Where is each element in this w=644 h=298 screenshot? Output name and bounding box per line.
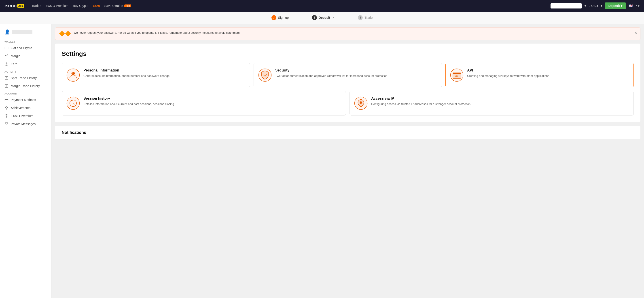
sidebar-item-private-messages[interactable]: Private Messages bbox=[0, 120, 51, 128]
step-connector-1 bbox=[291, 18, 309, 18]
sidebar-item-fiat-crypto[interactable]: Fiat and Crypto bbox=[0, 44, 51, 52]
personal-info-body: Personal information General account inf… bbox=[84, 68, 170, 78]
api-icon: API bbox=[450, 68, 464, 82]
balance-chevron-icon[interactable]: ▾ bbox=[600, 4, 602, 7]
settings-card-access-ip[interactable]: Access via IP Configuring access via tru… bbox=[350, 91, 634, 115]
svg-point-7 bbox=[5, 114, 8, 117]
access-ip-icon bbox=[354, 96, 368, 110]
step-2-label: Deposit bbox=[319, 16, 330, 19]
step-3-label: Trade bbox=[364, 16, 372, 19]
main-nav: Trade ▾ EXMO Premium Buy Crypto Earn Sav… bbox=[32, 4, 545, 7]
sidebar-item-spot-trade[interactable]: Spot Trade History bbox=[0, 74, 51, 82]
security-title: Security bbox=[275, 68, 388, 72]
step-3-num: 3 bbox=[358, 15, 363, 20]
alert-icon: 🔶🔶 bbox=[59, 31, 71, 37]
session-icon bbox=[66, 96, 80, 110]
security-desc: Two-factor authentication and approved w… bbox=[275, 74, 388, 78]
personal-info-desc: General account information, phone numbe… bbox=[84, 74, 170, 78]
sidebar: 👤 Wallet Fiat and Crypto Margin Earn Act… bbox=[0, 24, 52, 298]
messages-icon bbox=[4, 122, 8, 126]
premium-icon bbox=[4, 114, 8, 118]
step-1-label: Sign up bbox=[278, 16, 289, 19]
sidebar-profile: 👤 bbox=[0, 27, 51, 38]
spot-trade-icon bbox=[4, 76, 8, 80]
settings-title: Settings bbox=[62, 50, 634, 57]
search-dropdown[interactable]: ▾ bbox=[584, 4, 586, 7]
avatar-icon: 👤 bbox=[4, 29, 10, 35]
help-badge: Help bbox=[124, 4, 131, 7]
nav-trade[interactable]: Trade ▾ bbox=[32, 4, 41, 7]
settings-card-api[interactable]: API API Creating and managing API keys t… bbox=[446, 63, 634, 87]
access-ip-body: Access via IP Configuring access via tru… bbox=[371, 96, 470, 106]
logo-text: exmo bbox=[4, 3, 16, 9]
deposit-button[interactable]: Deposit ▾ bbox=[605, 2, 626, 9]
settings-card-session[interactable]: Session history Detailed information abo… bbox=[62, 91, 346, 115]
step-deposit[interactable]: 2 Deposit ↗ bbox=[312, 15, 334, 20]
language-selector[interactable]: 🇬🇧 En ▾ bbox=[628, 4, 640, 8]
logo[interactable]: exmo .com bbox=[4, 3, 24, 9]
steps-bar: ✓ Sign up 2 Deposit ↗ 3 Trade bbox=[0, 12, 644, 24]
settings-cards-bottom: Session history Detailed information abo… bbox=[62, 91, 634, 115]
sidebar-item-margin[interactable]: Margin bbox=[0, 52, 51, 60]
sidebar-item-payment-methods[interactable]: Payment Methods bbox=[0, 96, 51, 104]
payment-icon bbox=[4, 98, 8, 102]
svg-rect-0 bbox=[5, 47, 8, 49]
svg-rect-5 bbox=[5, 99, 8, 101]
margin-icon bbox=[4, 54, 8, 58]
sidebar-item-earn[interactable]: Earn bbox=[0, 60, 51, 68]
nav-buy-crypto[interactable]: Buy Crypto bbox=[73, 4, 88, 7]
step-connector-2 bbox=[337, 18, 355, 18]
wallet-section-label: Wallet bbox=[0, 38, 51, 44]
achievements-icon bbox=[4, 106, 8, 110]
svg-text:API: API bbox=[455, 75, 458, 77]
svg-rect-18 bbox=[453, 73, 461, 75]
nav-earn[interactable]: Earn bbox=[93, 4, 100, 7]
svg-rect-3 bbox=[5, 76, 8, 79]
svg-point-1 bbox=[8, 54, 8, 55]
step-2-num: 2 bbox=[312, 15, 317, 20]
wallet-icon bbox=[4, 46, 8, 50]
logo-com-badge: .com bbox=[17, 4, 24, 7]
margin-trade-icon bbox=[4, 84, 8, 88]
security-body: Security Two-factor authentication and a… bbox=[275, 68, 388, 78]
content-area: 🔶🔶 We never request your password, nor d… bbox=[52, 24, 644, 298]
alert-close-button[interactable]: ✕ bbox=[634, 30, 638, 35]
svg-point-8 bbox=[6, 115, 7, 117]
personal-info-title: Personal information bbox=[84, 68, 170, 72]
chevron-down-icon: ▾ bbox=[621, 4, 622, 7]
nav-save-ukraine[interactable]: Save Ukraine Help bbox=[104, 4, 131, 7]
search-input[interactable] bbox=[550, 3, 582, 8]
access-ip-title: Access via IP bbox=[371, 96, 470, 100]
activity-section-label: Activity bbox=[0, 68, 51, 74]
balance-display: 0 USD bbox=[589, 4, 598, 7]
session-title: Session history bbox=[84, 96, 174, 100]
chevron-down-icon: ▾ bbox=[40, 5, 41, 7]
earn-icon bbox=[4, 62, 8, 66]
svg-rect-4 bbox=[5, 84, 8, 88]
sidebar-item-achievements[interactable]: Achievements bbox=[0, 104, 51, 112]
svg-point-23 bbox=[360, 101, 362, 104]
svg-rect-9 bbox=[5, 123, 8, 125]
session-body: Session history Detailed information abo… bbox=[84, 96, 174, 106]
svg-point-6 bbox=[6, 106, 8, 108]
personal-info-icon bbox=[66, 68, 80, 82]
main-layout: 👤 Wallet Fiat and Crypto Margin Earn Act… bbox=[0, 24, 644, 298]
header: exmo .com Trade ▾ EXMO Premium Buy Crypt… bbox=[0, 0, 644, 12]
sidebar-item-margin-trade[interactable]: Margin Trade History bbox=[0, 82, 51, 90]
header-right: ▾ 0 USD ▾ Deposit ▾ 🇬🇧 En ▾ bbox=[550, 2, 640, 9]
settings-card-personal-info[interactable]: Personal information General account inf… bbox=[62, 63, 250, 87]
api-body: API Creating and managing API keys to wo… bbox=[467, 68, 549, 78]
step-1-check-icon: ✓ bbox=[272, 15, 276, 20]
alert-text: We never request your password, nor do w… bbox=[74, 31, 240, 35]
flag-icon: 🇬🇧 bbox=[628, 4, 633, 8]
api-desc: Creating and managing API keys to work w… bbox=[467, 74, 549, 78]
sidebar-item-exmo-premium[interactable]: EXMO Premium bbox=[0, 112, 51, 120]
chevron-down-icon: ▾ bbox=[638, 4, 640, 7]
session-desc: Detailed information about current and p… bbox=[84, 102, 174, 106]
settings-card-security[interactable]: Security Two-factor authentication and a… bbox=[254, 63, 442, 87]
chevron-down-icon: ▾ bbox=[584, 4, 586, 7]
api-title: API bbox=[467, 68, 549, 72]
notifications-section: Notifications bbox=[55, 126, 640, 139]
alert-banner: 🔶🔶 We never request your password, nor d… bbox=[55, 27, 640, 40]
nav-premium[interactable]: EXMO Premium bbox=[46, 4, 68, 7]
